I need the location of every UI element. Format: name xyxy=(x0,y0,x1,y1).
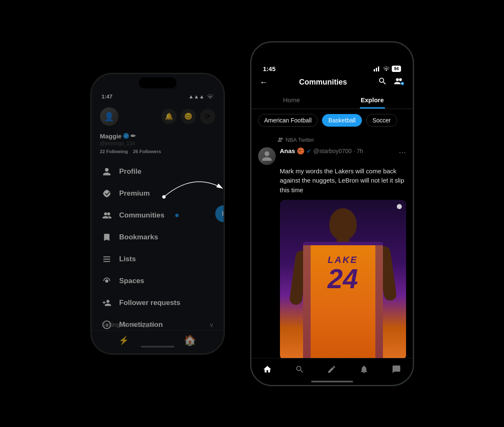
tweet-username: Anas 🏀 xyxy=(280,147,305,155)
sidebar-item-bookmarks[interactable]: Bookmarks xyxy=(92,226,224,248)
signal-icon-left: ▲▲▲ xyxy=(188,93,205,100)
tab-home[interactable]: Home xyxy=(251,91,332,109)
tweet-image[interactable]: LAKE 24 xyxy=(280,200,406,360)
spaces-icon xyxy=(102,276,112,286)
jersey-body: LAKE 24 xyxy=(303,242,383,360)
filter-soccer[interactable]: Soccer xyxy=(366,114,397,127)
premium-label: Premium xyxy=(119,189,150,198)
lists-icon xyxy=(102,254,112,264)
jersey-figure: LAKE 24 xyxy=(288,204,398,360)
emoji-icon: 😊 xyxy=(184,112,193,120)
premium-icon xyxy=(102,188,112,199)
back-button[interactable]: ← xyxy=(260,77,268,87)
following-label: Following xyxy=(106,149,128,154)
tweet-avatar-inner xyxy=(258,147,276,165)
svg-point-3 xyxy=(105,279,108,282)
tweet-verified-icon: ✓ xyxy=(306,148,311,154)
bottom-nav-compose[interactable] xyxy=(322,360,341,379)
svg-point-7 xyxy=(162,195,166,199)
wifi-icon-left xyxy=(207,93,214,100)
header-icons-group: + xyxy=(378,77,404,88)
bookmarks-label: Bookmarks xyxy=(119,233,158,241)
community-icon xyxy=(277,137,283,143)
jersey-stripe-right xyxy=(375,242,383,360)
dynamic-island-right xyxy=(309,47,355,59)
tweet-time-value: 7h xyxy=(357,148,364,154)
add-community-icon[interactable]: + xyxy=(394,77,404,88)
lightning-icon[interactable]: ⚡ xyxy=(119,335,129,345)
follow-stats: 22 Following 26 Followers xyxy=(100,149,215,154)
bottom-nav-notifications[interactable] xyxy=(355,360,373,379)
settings-label: Settings and Support xyxy=(102,321,157,328)
battery-badge-right: 94 xyxy=(392,66,401,72)
chevron-down-icon: ∨ xyxy=(209,321,214,328)
settings-section: Settings and Support ∨ xyxy=(102,321,214,328)
svg-rect-2 xyxy=(103,261,110,262)
communities-notification-dot xyxy=(175,214,179,217)
status-bar-left: 1:47 ▲▲▲ xyxy=(92,88,224,102)
home-icon-left[interactable]: 🏠 xyxy=(184,334,196,346)
settings-icon: ⟳ xyxy=(205,112,210,120)
edit-icon: ✏ xyxy=(131,133,136,139)
notification-icon-circle[interactable]: 🔔 xyxy=(161,109,177,124)
bottom-nav-messages[interactable] xyxy=(387,360,406,379)
svg-rect-10 xyxy=(378,66,379,72)
signal-icons-left: ▲▲▲ xyxy=(188,93,214,100)
jersey-stripe-left xyxy=(303,242,311,360)
sidebar-item-lists[interactable]: Lists xyxy=(92,248,224,270)
page-title: Communities xyxy=(299,78,347,87)
followers-count: 26 xyxy=(133,149,138,154)
notification-icon: 🔔 xyxy=(165,112,173,120)
left-screen: 1:47 ▲▲▲ 👤 xyxy=(92,74,224,353)
home-indicator-left xyxy=(141,346,174,347)
svg-rect-9 xyxy=(376,68,377,72)
search-icon[interactable] xyxy=(378,77,387,88)
community-label: NBA Twitter xyxy=(277,137,406,143)
spaces-label: Spaces xyxy=(119,277,145,285)
settings-link[interactable]: Settings and Support ∨ xyxy=(102,321,214,328)
user-avatar-left[interactable]: 👤 xyxy=(100,107,119,126)
time-right: 1:45 xyxy=(263,65,276,72)
dynamic-island-left xyxy=(139,77,177,88)
wifi-icon-right xyxy=(383,66,390,71)
tweet-card: NBA Twitter Anas 🏀 ✓ xyxy=(251,132,413,385)
communities-header: ← Communities + xyxy=(251,72,413,91)
figure-head xyxy=(329,208,356,240)
bottom-bar-left: ⚡ 🏠 xyxy=(92,330,224,353)
bottom-nav-search[interactable] xyxy=(290,360,309,379)
signal-bars-icon xyxy=(373,66,381,72)
bottom-nav-home[interactable] xyxy=(258,360,277,379)
tweet-time: · xyxy=(354,148,355,154)
jersey-stripe-top xyxy=(303,242,383,245)
communities-icon xyxy=(102,210,112,220)
follower-requests-icon xyxy=(102,298,112,308)
filter-american-football[interactable]: American Football xyxy=(258,114,318,127)
profile-label: Profile xyxy=(119,167,142,176)
tweet-meta: Anas 🏀 ✓ @starboy0700 · 7h xyxy=(280,147,395,155)
filter-basketball[interactable]: Basketball xyxy=(322,114,362,127)
verified-badge: ✓ xyxy=(123,133,129,139)
username-left: Maggie ✓ ✏ xyxy=(100,133,215,140)
sidebar-item-spaces[interactable]: Spaces xyxy=(92,270,224,292)
user-info-left: Maggie ✓ ✏ @jennings_134 22 Following 26… xyxy=(92,131,224,157)
emoji-icon-circle[interactable]: 😊 xyxy=(181,109,196,124)
community-name: NBA Twitter xyxy=(286,137,314,143)
tweet-menu-button[interactable]: ··· xyxy=(399,147,406,157)
scene: 1:47 ▲▲▲ 👤 xyxy=(0,0,504,427)
settings-icon-circle[interactable]: ⟳ xyxy=(200,109,215,124)
status-bar-right: 1:45 94 xyxy=(251,59,413,72)
svg-rect-8 xyxy=(374,69,375,72)
right-phone: 1:45 94 ← Co xyxy=(250,41,414,386)
time-left: 1:47 xyxy=(102,93,113,100)
tweet-header: Anas 🏀 ✓ @starboy0700 · 7h ··· xyxy=(258,147,406,165)
svg-rect-1 xyxy=(103,259,110,260)
lists-label: Lists xyxy=(119,255,136,263)
image-indicator-dot xyxy=(397,204,402,209)
jersey-number: 24 xyxy=(327,265,358,292)
tweet-avatar[interactable] xyxy=(258,147,276,165)
sidebar-item-follower-requests[interactable]: Follower requests xyxy=(92,292,224,314)
signal-group-right: 94 xyxy=(373,66,401,72)
svg-text:+: + xyxy=(402,82,404,85)
tab-explore[interactable]: Explore xyxy=(332,91,413,109)
tweet-text: Mark my words the Lakers will come back … xyxy=(280,167,406,195)
